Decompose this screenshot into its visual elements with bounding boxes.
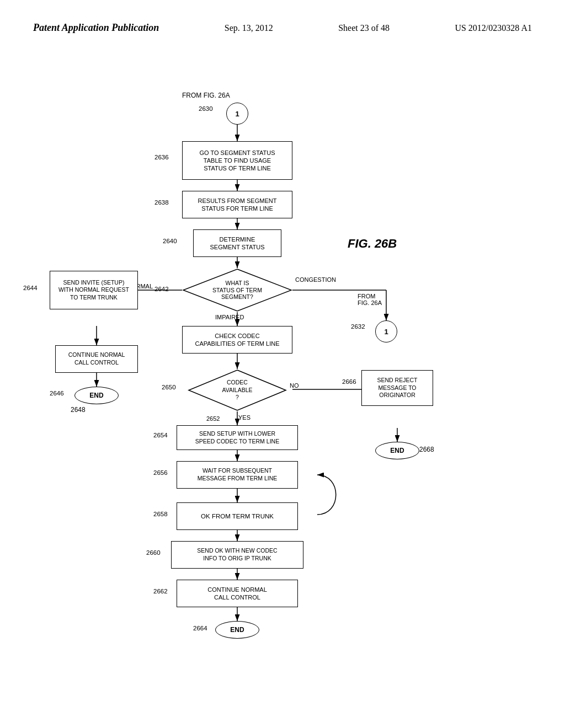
label-2646: 2646: [50, 390, 64, 397]
yes-label: YES: [238, 414, 250, 421]
page: Patent Application Publication Sep. 13, …: [0, 0, 565, 728]
label-2650: 2650: [162, 384, 176, 390]
box-2658: OK FROM TERM TRUNK: [177, 502, 298, 530]
label-2664: 2664: [193, 625, 207, 631]
label-2644: 2644: [23, 285, 38, 291]
box-2640: DETERMINE SEGMENT STATUS: [193, 229, 281, 257]
diagram-area: FROM FIG. 26A 1 2630 GO TO SEGMENT STATU…: [0, 39, 565, 701]
page-header: Patent Application Publication Sep. 13, …: [0, 0, 565, 39]
end-oval-2668: END: [375, 442, 419, 459]
box-2662: CONTINUE NORMAL CALL CONTROL: [177, 580, 298, 607]
patent-number: US 2012/0230328 A1: [455, 23, 532, 33]
label-2660: 2660: [146, 549, 161, 556]
publication-label: Patent Application Publication: [33, 22, 159, 34]
from-fig-26a-2: FROMFIG. 26A: [358, 293, 382, 306]
box-2666: SEND REJECT MESSAGE TO ORIGINATOR: [361, 370, 433, 406]
label-2658: 2658: [153, 511, 168, 517]
label-2666: 2666: [342, 378, 356, 385]
fig-label: FIG. 26B: [348, 237, 397, 251]
label-2662: 2662: [153, 588, 168, 595]
label-2654: 2654: [153, 432, 168, 438]
from-fig-26a-label: FROM FIG. 26A: [182, 92, 230, 99]
label-2638: 2638: [154, 199, 169, 206]
label-2648: 2648: [71, 406, 86, 414]
label-2630: 2630: [199, 105, 213, 112]
end-oval-2646: END: [74, 387, 119, 404]
box-2660: SEND OK WITH NEW CODEC INFO TO ORIG IP T…: [171, 541, 303, 569]
box-2636: GO TO SEGMENT STATUS TABLE TO FIND USAGE…: [182, 141, 292, 180]
label-2656: 2656: [153, 469, 168, 476]
box-2656: WAIT FOR SUBSEQUENT MESSAGE FROM TERM LI…: [177, 461, 298, 489]
label-2668: 2668: [419, 446, 434, 453]
label-2632: 2632: [351, 323, 365, 330]
label-2652: 2652: [206, 415, 220, 422]
connector-2: 1: [375, 320, 397, 342]
end-oval-2664: END: [215, 621, 259, 639]
label-2642: 2642: [154, 286, 169, 292]
diamond-2642: WHAT ISSTATUS OF TERMSEGMENT?: [182, 268, 292, 312]
label-2640: 2640: [163, 238, 177, 244]
box-2632: CHECK CODEC CAPABILITIES OF TERM LINE: [182, 326, 292, 354]
connector-1: 1: [226, 103, 248, 125]
box-2644: SEND INVITE (SETUP) WITH NORMAL REQUEST …: [50, 271, 138, 309]
no-label: NO: [290, 382, 299, 389]
box-2644b: CONTINUE NORMAL CALL CONTROL: [55, 345, 138, 373]
sheet-label: Sheet 23 of 48: [338, 23, 390, 33]
congestion-label: CONGESTION: [295, 276, 336, 283]
diamond-2650: CODECAVAILABLE?: [188, 369, 287, 411]
date-label: Sep. 13, 2012: [225, 23, 273, 33]
box-2638: RESULTS FROM SEGMENT STATUS FOR TERM LIN…: [182, 191, 292, 218]
impaired-label: IMPAIRED: [215, 314, 244, 320]
label-2636: 2636: [154, 154, 169, 160]
box-2654: SEND SETUP WITH LOWER SPEED CODEC TO TER…: [177, 425, 298, 450]
